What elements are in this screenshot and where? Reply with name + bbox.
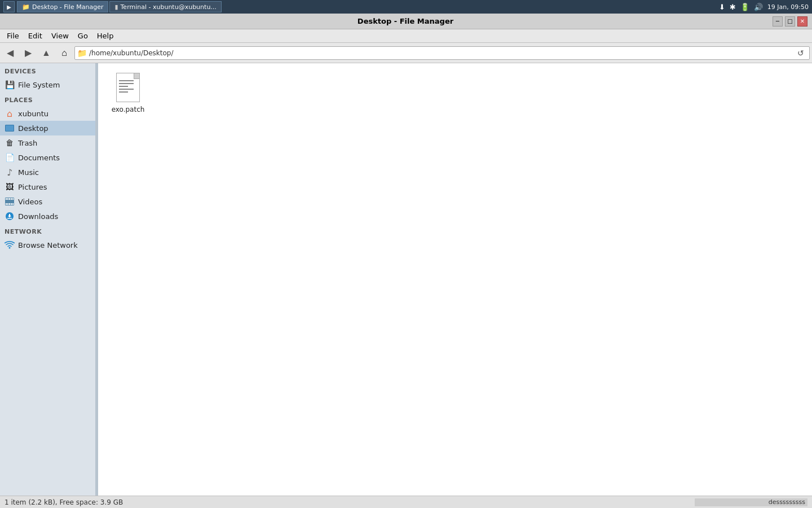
svg-rect-5 bbox=[12, 198, 14, 200]
svg-rect-10 bbox=[12, 203, 14, 205]
svg-rect-13 bbox=[9, 214, 10, 217]
taskbar-terminal-label: Terminal - xubuntu@xubuntu... bbox=[121, 3, 217, 11]
sidebar-filesystem-label: File System bbox=[18, 81, 60, 89]
close-button[interactable]: ✕ bbox=[797, 16, 807, 27]
start-button[interactable]: ▶ bbox=[3, 1, 15, 12]
volume-icon: 🔊 bbox=[754, 3, 763, 11]
filesystem-icon: 💾 bbox=[5, 80, 15, 90]
pictures-icon: 🖼 bbox=[5, 182, 15, 192]
sidebar-item-desktop[interactable]: Desktop bbox=[0, 121, 95, 135]
sidebar-trash-label: Trash bbox=[18, 139, 37, 147]
sidebar-item-browse-network[interactable]: Browse Network bbox=[0, 238, 95, 252]
toolbar: ◀ ▶ ▲ ⌂ 📁 /home/xubuntu/Desktop/ ↺ bbox=[0, 43, 812, 63]
forward-button[interactable]: ▶ bbox=[20, 45, 36, 61]
taskbar-left: ▶ 📁 Desktop - File Manager ▮ Terminal - … bbox=[3, 1, 222, 12]
minimize-button[interactable]: − bbox=[773, 16, 783, 27]
sidebar-item-videos[interactable]: Videos bbox=[0, 194, 95, 209]
terminal-icon: ▮ bbox=[114, 3, 118, 11]
svg-rect-4 bbox=[11, 198, 12, 200]
sidebar-item-pictures[interactable]: 🖼 Pictures bbox=[0, 179, 95, 194]
bluetooth-icon: ✱ bbox=[730, 3, 736, 11]
file-item-exo-patch[interactable]: exo.patch bbox=[103, 68, 153, 117]
network-icon bbox=[5, 240, 15, 250]
window-titlebar: Desktop - File Manager − □ ✕ bbox=[0, 14, 812, 29]
back-arrow-icon: ◀ bbox=[7, 47, 14, 58]
menu-view[interactable]: View bbox=[47, 30, 73, 41]
window-title: Desktop - File Manager bbox=[38, 17, 773, 25]
location-folder-icon: 📁 bbox=[77, 49, 87, 58]
menu-file[interactable]: File bbox=[2, 30, 24, 41]
sidebar-xubuntu-label: xubuntu bbox=[18, 110, 48, 118]
file-name-exo-patch: exo.patch bbox=[112, 106, 145, 113]
window-controls: − □ ✕ bbox=[773, 16, 807, 27]
home-icon: ⌂ bbox=[5, 108, 15, 119]
menu-go[interactable]: Go bbox=[73, 30, 92, 41]
svg-rect-9 bbox=[11, 203, 12, 205]
patch-file-icon bbox=[114, 72, 142, 103]
sidebar-desktop-label: Desktop bbox=[18, 124, 48, 133]
sidebar-documents-label: Documents bbox=[18, 154, 60, 162]
desktop-icon bbox=[5, 123, 15, 133]
file-manager-window: Desktop - File Manager − □ ✕ File Edit V… bbox=[0, 14, 812, 508]
videos-icon bbox=[5, 196, 15, 207]
home-button[interactable]: ⌂ bbox=[56, 45, 72, 61]
taskbar-apps: 📁 Desktop - File Manager ▮ Terminal - xu… bbox=[17, 1, 222, 12]
statusbar-corner: desssssssss bbox=[695, 498, 807, 506]
sidebar-videos-label: Videos bbox=[18, 198, 42, 206]
menubar: File Edit View Go Help bbox=[0, 29, 812, 43]
file-area[interactable]: exo.patch bbox=[98, 63, 812, 496]
sidebar-item-downloads[interactable]: Downloads bbox=[0, 209, 95, 224]
svg-rect-2 bbox=[7, 198, 8, 200]
documents-icon: 📄 bbox=[5, 152, 15, 163]
svg-rect-6 bbox=[6, 203, 7, 205]
sidebar-section-places: PLACES bbox=[0, 92, 95, 106]
home-nav-icon: ⌂ bbox=[61, 48, 67, 58]
downloads-icon bbox=[5, 211, 15, 221]
location-bar[interactable]: 📁 /home/xubuntu/Desktop/ ↺ bbox=[74, 46, 810, 60]
taskbar-fm-label: Desktop - File Manager bbox=[32, 3, 103, 11]
trash-icon: 🗑 bbox=[5, 138, 15, 148]
datetime: 19 Jan, 09:50 bbox=[767, 3, 809, 11]
statusbar-corner-text: desssssssss bbox=[769, 498, 805, 506]
location-path: /home/xubuntu/Desktop/ bbox=[89, 49, 792, 57]
start-icon: ▶ bbox=[7, 4, 11, 10]
svg-rect-3 bbox=[9, 198, 10, 200]
sidebar-downloads-label: Downloads bbox=[18, 212, 58, 221]
up-arrow-icon: ▲ bbox=[42, 48, 51, 58]
refresh-button[interactable]: ↺ bbox=[795, 47, 807, 59]
statusbar: 1 item (2.2 kB), Free space: 3.9 GB dess… bbox=[0, 496, 812, 508]
menu-edit[interactable]: Edit bbox=[24, 30, 47, 41]
sidebar-section-devices: DEVICES bbox=[0, 63, 95, 77]
statusbar-text: 1 item (2.2 kB), Free space: 3.9 GB bbox=[5, 498, 123, 506]
svg-rect-1 bbox=[6, 198, 7, 200]
sidebar-item-music[interactable]: ♪ Music bbox=[0, 165, 95, 179]
sidebar-browse-network-label: Browse Network bbox=[18, 241, 78, 249]
svg-point-15 bbox=[9, 247, 11, 249]
sidebar-section-network: NETWORK bbox=[0, 224, 95, 238]
taskbar-right: ⬇ ✱ 🔋 🔊 19 Jan, 09:50 bbox=[719, 3, 809, 11]
up-button[interactable]: ▲ bbox=[38, 45, 54, 61]
sidebar-pictures-label: Pictures bbox=[18, 183, 47, 191]
forward-arrow-icon: ▶ bbox=[25, 47, 32, 58]
taskbar-app-terminal[interactable]: ▮ Terminal - xubuntu@xubuntu... bbox=[109, 1, 221, 12]
taskbar-app-fm[interactable]: 📁 Desktop - File Manager bbox=[17, 1, 108, 12]
sidebar-music-label: Music bbox=[18, 168, 39, 177]
battery-icon: 🔋 bbox=[740, 3, 749, 11]
svg-rect-8 bbox=[9, 203, 10, 205]
sidebar-item-filesystem[interactable]: 💾 File System bbox=[0, 77, 95, 92]
sidebar-item-documents[interactable]: 📄 Documents bbox=[0, 150, 95, 165]
maximize-button[interactable]: □ bbox=[785, 16, 795, 27]
sidebar-item-trash[interactable]: 🗑 Trash bbox=[0, 135, 95, 150]
svg-rect-7 bbox=[7, 203, 8, 205]
svg-rect-14 bbox=[7, 218, 12, 219]
sidebar: DEVICES 💾 File System PLACES ⌂ xubuntu bbox=[0, 63, 96, 496]
music-icon: ♪ bbox=[5, 167, 15, 177]
folder-icon: 📁 bbox=[22, 3, 30, 11]
sidebar-item-xubuntu[interactable]: ⌂ xubuntu bbox=[0, 106, 95, 121]
download-tray-icon: ⬇ bbox=[719, 3, 725, 11]
taskbar: ▶ 📁 Desktop - File Manager ▮ Terminal - … bbox=[0, 0, 812, 14]
back-button[interactable]: ◀ bbox=[2, 45, 18, 61]
menu-help[interactable]: Help bbox=[92, 30, 118, 41]
main-area: DEVICES 💾 File System PLACES ⌂ xubuntu bbox=[0, 63, 812, 496]
